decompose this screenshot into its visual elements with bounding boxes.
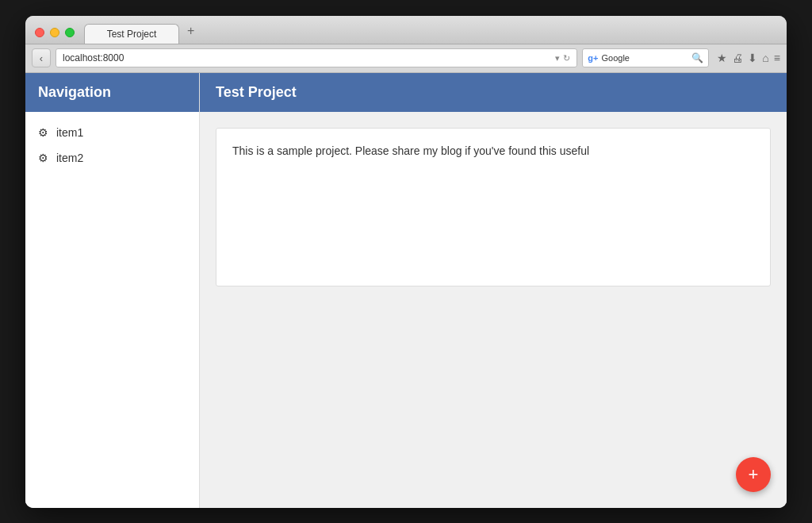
dropdown-icon: ▾ [555,53,560,63]
page-title: Test Project [216,84,297,100]
page-content: Navigation ⚙ item1 ⚙ item2 Test Project [25,73,787,508]
maximize-button[interactable] [65,28,75,37]
back-icon: ‹ [40,52,43,64]
fab-button[interactable]: + [736,457,771,492]
print-icon[interactable]: 🖨 [732,52,743,64]
minimize-button[interactable] [50,28,59,37]
bookmark-icon[interactable]: ★ [717,52,727,64]
search-icon: 🔍 [691,52,703,63]
sidebar: Navigation ⚙ item1 ⚙ item2 [25,73,200,508]
search-text: Google [602,53,689,63]
sidebar-nav: ⚙ item1 ⚙ item2 [25,112,199,179]
fab-icon: + [749,464,759,485]
nav-item-label-1: item1 [56,126,83,139]
back-button[interactable]: ‹ [32,48,51,67]
gear-icon-item1: ⚙ [38,126,48,139]
sidebar-item-item1[interactable]: ⚙ item1 [25,120,199,145]
new-tab-button[interactable]: + [179,20,202,42]
browser-window: Test Project + ‹ localhost:8000 ▾ ↻ g+ G… [25,16,787,508]
url-bar[interactable]: localhost:8000 ▾ ↻ [56,48,577,67]
active-tab[interactable]: Test Project [84,24,179,44]
main-header: Test Project [200,73,787,112]
main-body: This is a sample project. Please share m… [200,112,787,508]
content-text: This is a sample project. Please share m… [232,144,589,157]
title-bar: Test Project + [25,16,787,44]
refresh-icon: ↻ [563,53,570,63]
url-icons: ▾ ↻ [555,53,570,63]
google-icon: g+ [588,53,598,63]
url-text: localhost:8000 [63,52,124,63]
sidebar-header: Navigation [25,73,199,112]
nav-item-label-2: item2 [56,152,83,164]
toolbar-icons: ★ 🖨 ⬇ ⌂ ≡ [717,52,780,64]
download-icon[interactable]: ⬇ [748,52,757,64]
close-button[interactable] [35,28,44,37]
tab-bar: Test Project + [84,20,787,44]
sidebar-title: Navigation [38,84,111,100]
search-bar[interactable]: g+ Google 🔍 [582,48,709,67]
sidebar-item-item2[interactable]: ⚙ item2 [25,145,199,171]
main-area: Test Project This is a sample project. P… [200,73,787,508]
tab-title: Test Project [107,29,157,40]
menu-icon[interactable]: ≡ [774,52,780,64]
content-card: This is a sample project. Please share m… [216,128,771,286]
gear-icon-item2: ⚙ [38,152,48,164]
home-icon[interactable]: ⌂ [762,52,768,64]
window-controls [35,28,75,37]
address-bar: ‹ localhost:8000 ▾ ↻ g+ Google 🔍 ★ 🖨 ⬇ ⌂… [25,44,787,73]
